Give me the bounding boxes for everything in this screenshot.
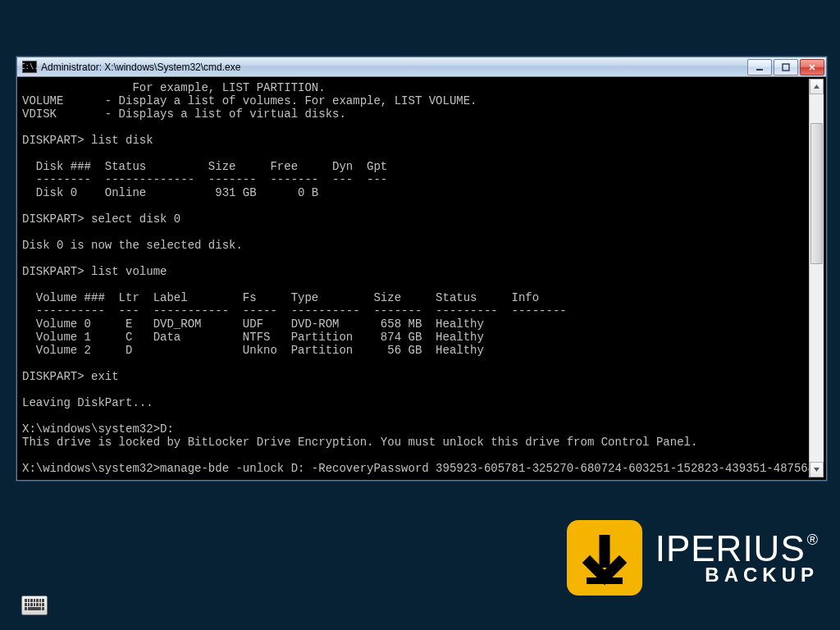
registered-mark: ® xyxy=(807,532,819,548)
titlebar[interactable]: C:\. Administrator: X:\windows\System32\… xyxy=(17,57,826,77)
terminal-body: For example, LIST PARTITION. VOLUME - Di… xyxy=(20,79,824,477)
scroll-up-button[interactable] xyxy=(810,79,824,94)
scroll-thumb[interactable] xyxy=(810,123,823,264)
cmd-icon: C:\. xyxy=(22,61,37,73)
svg-rect-0 xyxy=(756,69,763,71)
minimize-button[interactable] xyxy=(747,59,772,75)
scroll-track[interactable] xyxy=(810,94,824,462)
maximize-button[interactable] xyxy=(774,59,798,75)
logo-text: IPERIUS® BACKUP xyxy=(655,531,819,585)
scroll-down-button[interactable] xyxy=(810,462,824,477)
svg-rect-2 xyxy=(587,578,623,584)
terminal-output[interactable]: For example, LIST PARTITION. VOLUME - Di… xyxy=(20,79,809,477)
close-button[interactable] xyxy=(800,59,824,75)
cmd-window: C:\. Administrator: X:\windows\System32\… xyxy=(16,57,827,481)
window-title: Administrator: X:\windows\System32\cmd.e… xyxy=(41,62,240,73)
svg-rect-1 xyxy=(783,64,789,71)
logo-badge xyxy=(567,520,642,596)
iperius-logo: IPERIUS® BACKUP xyxy=(567,520,819,596)
logo-line1: IPERIUS xyxy=(655,528,806,568)
scrollbar[interactable] xyxy=(809,79,824,477)
keyboard-icon[interactable] xyxy=(21,596,48,615)
